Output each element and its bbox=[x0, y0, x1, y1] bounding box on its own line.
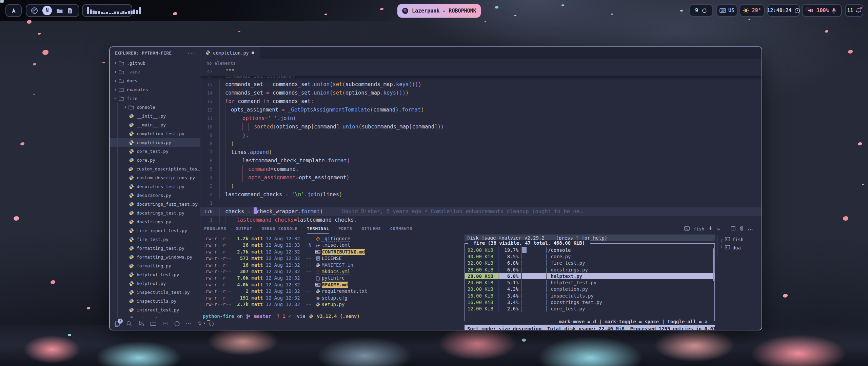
clock-pill[interactable]: 12:40:24 bbox=[767, 4, 800, 17]
panel-tab-terminal[interactable]: TERMINAL bbox=[307, 226, 329, 231]
search-icon[interactable] bbox=[126, 321, 132, 327]
explorer-activity-icon[interactable]: 1 bbox=[114, 321, 120, 327]
dua-row-docstrings-py[interactable]: 28.00 KiB │6.0%│ docstrings.py bbox=[465, 266, 714, 273]
tree-item-inspectutils-py[interactable]: inspectutils.py bbox=[110, 297, 200, 305]
tree-item-custom-descriptions-py[interactable]: custom_descriptions.py bbox=[110, 173, 200, 182]
file-name[interactable]: CONTRIBUTING.md bbox=[322, 249, 365, 255]
document-icon[interactable] bbox=[67, 7, 73, 14]
tree-item-docs[interactable]: docs bbox=[110, 76, 200, 85]
tree-item-formatting-py[interactable]: formatting.py bbox=[110, 261, 200, 270]
tree-item-docstrings-fuzz-test-py[interactable]: docstrings_fuzz_test.py bbox=[110, 200, 200, 208]
new-terminal-button[interactable] bbox=[708, 226, 713, 231]
tree-item-formatting-windows-py[interactable]: formatting_windows.py bbox=[110, 252, 200, 261]
files-folder-icon[interactable] bbox=[56, 8, 63, 14]
dua-row-helptext-test-py[interactable]: 24.00 KiB │5.1%│ helptext_test.py bbox=[465, 279, 714, 286]
code-line[interactable]: 13for command in commands_set: bbox=[200, 97, 762, 106]
file-name[interactable]: setup.py bbox=[322, 301, 344, 308]
tab-completion-py[interactable]: completion.py bbox=[200, 47, 260, 59]
terminal-session-fish[interactable]: ┌fish bbox=[720, 236, 762, 244]
tree-item-core-test-py[interactable]: core_test.py bbox=[110, 147, 200, 156]
code-line[interactable]: 16commands_set.add(name) bbox=[200, 76, 762, 80]
media-player-pill[interactable]: Lazerpunk - ROBOPHONK bbox=[397, 4, 481, 18]
weather-pill[interactable]: 29° bbox=[739, 4, 765, 17]
code-line[interactable]: 3) bbox=[200, 182, 762, 190]
code-line[interactable]: 10sorted(options_map[command].union(subc… bbox=[200, 123, 762, 131]
panel-tab-gitlens[interactable]: GITLENS bbox=[361, 226, 381, 231]
dua-scrollbar[interactable] bbox=[713, 248, 714, 281]
split-terminal-button[interactable] bbox=[731, 226, 735, 231]
code-line[interactable]: 7lines.append( bbox=[200, 148, 762, 157]
file-name[interactable]: mkdocs.yml bbox=[322, 268, 350, 275]
tree-item--github[interactable]: .github bbox=[110, 59, 200, 67]
tree-item-docstrings-py[interactable]: docstrings.py bbox=[110, 217, 200, 226]
notifications-pill[interactable]: 11 bbox=[845, 4, 863, 17]
code-line[interactable]: 12opts_assignment = _GetOptsAssignmentTe… bbox=[200, 106, 762, 114]
code-line[interactable]: 15commands_set = commands_set.union(set(… bbox=[200, 80, 762, 89]
dua-row-inspectutils-py[interactable]: 16.00 KiB │3.4%│ inspectutils.py bbox=[465, 292, 714, 299]
terminal-session-dua[interactable]: └dua bbox=[720, 244, 762, 252]
dua-row-core-py[interactable]: 40.00 KiB │8.5%│ core.py bbox=[465, 253, 714, 260]
dua-row-docstrings-test-py[interactable]: 16.00 KiB │3.4%│ docstrings_test.py bbox=[465, 299, 714, 305]
file-name[interactable]: README.md bbox=[322, 282, 348, 288]
file-name[interactable]: MANIFEST.in bbox=[322, 262, 353, 268]
dua-row-fire-test-py[interactable]: 32.00 KiB │6.8%│ fire_test.py bbox=[465, 260, 714, 266]
dua-row-helptext-py[interactable]: 28.00 KiB │6.0%│ helptext.py bbox=[465, 273, 714, 279]
prompt-input-line[interactable]: › bbox=[203, 320, 462, 326]
panel-tab-output[interactable]: OUTPUT bbox=[236, 226, 252, 231]
tree-item-examples[interactable]: examples bbox=[110, 85, 200, 94]
code-line[interactable]: 6lastcommand_check_template.format( bbox=[200, 157, 762, 165]
code-line[interactable]: 8) bbox=[200, 140, 762, 148]
file-name[interactable]: pylintrc bbox=[322, 275, 344, 281]
kill-terminal-button[interactable] bbox=[739, 226, 744, 232]
tree-item-completion-test-py[interactable]: completion_test.py bbox=[110, 129, 200, 138]
sticky-scroll-line[interactable]: 47""" bbox=[200, 67, 762, 76]
tree-item-custom-descriptions-test-[interactable]: custom_descriptions_test.… bbox=[110, 164, 200, 173]
launcher-button[interactable] bbox=[5, 4, 22, 17]
tree-item-helptext-py[interactable]: helptext.py bbox=[110, 279, 200, 288]
tree-item-decorators-py[interactable]: decorators.py bbox=[110, 191, 200, 200]
code-line[interactable]: 5command=command, bbox=[200, 165, 762, 174]
browser-globe-icon[interactable] bbox=[31, 7, 38, 14]
tree-item-interact-test-py[interactable]: interact_test.py bbox=[110, 305, 200, 314]
testing-icon[interactable] bbox=[174, 321, 180, 327]
code-line[interactable]: 9), bbox=[200, 131, 762, 140]
dua-row-completion-py[interactable]: 20.00 KiB │4.3%│ completion.py bbox=[465, 286, 714, 292]
file-name[interactable]: .mise.toml bbox=[322, 242, 350, 248]
disk-usage-analyzer[interactable]: Disk Usage Analyzer v2.29.2 (press ? for… bbox=[465, 235, 715, 330]
explorer-more-actions[interactable]: ··· bbox=[187, 50, 195, 56]
panel-more-actions[interactable] bbox=[748, 226, 753, 231]
panel-tab-problems[interactable]: PROBLEMS bbox=[204, 226, 226, 231]
source-control-icon[interactable] bbox=[150, 321, 156, 326]
breadcrumb[interactable]: no elements bbox=[200, 59, 762, 67]
code-line[interactable]: 14commands_set = commands_set.union(set(… bbox=[200, 89, 762, 97]
tree-item-docstrings-test-py[interactable]: docstrings_test.py bbox=[110, 208, 200, 217]
code-editor[interactable]: 47"""16commands_set.add(name)15commands_… bbox=[200, 67, 762, 223]
active-workspace-n[interactable]: N bbox=[42, 6, 52, 15]
tree-item-console[interactable]: console bbox=[110, 103, 200, 111]
updates-pill[interactable]: 9 bbox=[689, 4, 713, 17]
tree-item-helptext-test-py[interactable]: helptext_test.py bbox=[110, 270, 200, 279]
settings-gear-icon[interactable] bbox=[197, 321, 203, 327]
file-name[interactable]: requirements.txt bbox=[322, 288, 368, 294]
code-line[interactable]: 11options=' '.join( bbox=[200, 114, 762, 123]
dua-row-core-test-py[interactable]: 12.00 KiB │2.6%│ core_test.py bbox=[465, 306, 714, 312]
code-line[interactable]: 176checks = check_wrapper.format(David B… bbox=[200, 207, 762, 216]
keyboard-layout-pill[interactable]: US bbox=[716, 4, 737, 17]
panel-tab-debug-console[interactable]: DEBUG CONSOLE bbox=[261, 226, 298, 231]
code-line[interactable]: 4opts_assignment=opts_assignment) bbox=[200, 174, 762, 182]
run-debug-icon[interactable] bbox=[138, 321, 144, 327]
tree-item-interact-py[interactable]: interact.py bbox=[110, 314, 200, 318]
code-line[interactable]: 2lastcommand_checks = '\n'.join(lines) bbox=[200, 190, 762, 199]
tree-item-fire[interactable]: fire bbox=[110, 94, 200, 103]
remote-explorer-icon[interactable] bbox=[162, 321, 168, 326]
file-name[interactable]: .gitignore bbox=[322, 236, 350, 242]
tree-item-fire-test-py[interactable]: fire_test.py bbox=[110, 235, 200, 244]
tree-item-fire-import-test-py[interactable]: fire_import_test.py bbox=[110, 226, 200, 235]
panel-tab-ports[interactable]: PORTS bbox=[338, 226, 352, 231]
code-line[interactable]: 1lastcommand_checks=lastcommand_checks, bbox=[200, 216, 762, 223]
more-views-icon[interactable] bbox=[186, 323, 191, 325]
terminal-output[interactable]: .rw-r--r-- 1.2k matt 12 Aug 12:32 -- .gi… bbox=[203, 236, 462, 330]
dua-row--console[interactable]: 92.00 KiB │19.7%│/console bbox=[465, 247, 714, 253]
code-line[interactable]: 1 bbox=[200, 199, 762, 207]
tree-item--init-py[interactable]: __init__.py bbox=[110, 111, 200, 120]
